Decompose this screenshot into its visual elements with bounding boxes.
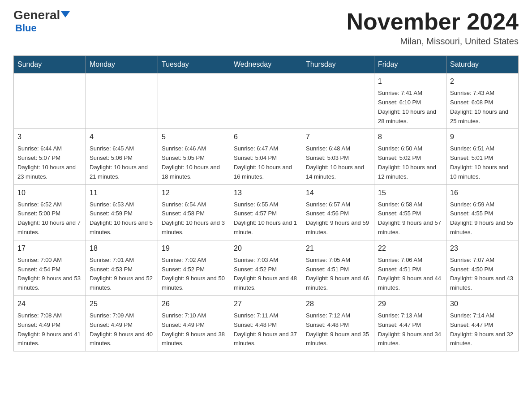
day-number: 6 <box>234 132 298 142</box>
day-number: 26 <box>162 299 226 309</box>
day-info: Sunrise: 7:13 AM Sunset: 4:47 PM Dayligh… <box>378 311 442 348</box>
day-number: 11 <box>90 188 154 198</box>
calendar-header-wednesday: Wednesday <box>230 56 302 73</box>
logo-blue-text: Blue <box>15 22 37 34</box>
day-number: 3 <box>17 132 82 142</box>
calendar-cell: 26Sunrise: 7:10 AM Sunset: 4:49 PM Dayli… <box>158 295 230 351</box>
day-number: 17 <box>17 243 82 254</box>
day-number: 30 <box>450 299 515 309</box>
calendar-header-sunday: Sunday <box>14 56 86 73</box>
calendar-cell: 23Sunrise: 7:07 AM Sunset: 4:50 PM Dayli… <box>446 240 519 295</box>
calendar-cell: 2Sunrise: 7:43 AM Sunset: 6:08 PM Daylig… <box>446 73 519 129</box>
day-info: Sunrise: 6:44 AM Sunset: 5:07 PM Dayligh… <box>17 144 82 181</box>
calendar-cell: 19Sunrise: 7:02 AM Sunset: 4:52 PM Dayli… <box>158 240 230 295</box>
day-info: Sunrise: 6:45 AM Sunset: 5:06 PM Dayligh… <box>90 144 154 181</box>
calendar-cell: 12Sunrise: 6:54 AM Sunset: 4:58 PM Dayli… <box>158 184 230 240</box>
calendar-week-row: 17Sunrise: 7:00 AM Sunset: 4:54 PM Dayli… <box>14 240 519 295</box>
logo-triangle-icon <box>61 11 70 17</box>
calendar-cell: 24Sunrise: 7:08 AM Sunset: 4:49 PM Dayli… <box>14 295 86 351</box>
day-info: Sunrise: 7:11 AM Sunset: 4:48 PM Dayligh… <box>234 311 298 348</box>
day-info: Sunrise: 6:57 AM Sunset: 4:56 PM Dayligh… <box>306 200 370 237</box>
calendar-cell: 5Sunrise: 6:46 AM Sunset: 5:05 PM Daylig… <box>158 129 230 184</box>
day-info: Sunrise: 6:58 AM Sunset: 4:55 PM Dayligh… <box>378 200 442 237</box>
calendar-cell: 16Sunrise: 6:59 AM Sunset: 4:55 PM Dayli… <box>446 184 519 240</box>
day-info: Sunrise: 7:41 AM Sunset: 6:10 PM Dayligh… <box>378 89 442 126</box>
calendar-cell: 6Sunrise: 6:47 AM Sunset: 5:04 PM Daylig… <box>230 129 302 184</box>
day-number: 9 <box>450 132 515 142</box>
calendar-cell: 21Sunrise: 7:05 AM Sunset: 4:51 PM Dayli… <box>302 240 374 295</box>
calendar-cell: 27Sunrise: 7:11 AM Sunset: 4:48 PM Dayli… <box>230 295 302 351</box>
calendar-week-row: 24Sunrise: 7:08 AM Sunset: 4:49 PM Dayli… <box>14 295 519 351</box>
day-info: Sunrise: 7:43 AM Sunset: 6:08 PM Dayligh… <box>450 89 515 126</box>
calendar-week-row: 1Sunrise: 7:41 AM Sunset: 6:10 PM Daylig… <box>14 73 519 129</box>
month-title: November 2024 <box>347 9 519 34</box>
day-number: 20 <box>234 243 298 254</box>
day-number: 2 <box>450 76 515 87</box>
calendar-cell: 10Sunrise: 6:52 AM Sunset: 5:00 PM Dayli… <box>14 184 86 240</box>
day-info: Sunrise: 7:09 AM Sunset: 4:49 PM Dayligh… <box>90 311 154 348</box>
day-number: 18 <box>90 243 154 254</box>
calendar-week-row: 10Sunrise: 6:52 AM Sunset: 5:00 PM Dayli… <box>14 184 519 240</box>
calendar-table: SundayMondayTuesdayWednesdayThursdayFrid… <box>13 56 519 351</box>
calendar-cell: 3Sunrise: 6:44 AM Sunset: 5:07 PM Daylig… <box>14 129 86 184</box>
calendar-cell: 18Sunrise: 7:01 AM Sunset: 4:53 PM Dayli… <box>86 240 158 295</box>
day-number: 15 <box>378 188 442 198</box>
day-info: Sunrise: 6:59 AM Sunset: 4:55 PM Dayligh… <box>450 200 515 237</box>
day-number: 4 <box>90 132 154 142</box>
calendar-header-thursday: Thursday <box>302 56 374 73</box>
day-info: Sunrise: 7:08 AM Sunset: 4:49 PM Dayligh… <box>17 311 82 348</box>
day-info: Sunrise: 7:02 AM Sunset: 4:52 PM Dayligh… <box>162 256 226 293</box>
calendar-cell: 1Sunrise: 7:41 AM Sunset: 6:10 PM Daylig… <box>374 73 446 129</box>
logo-general: General <box>13 9 70 21</box>
calendar-cell: 11Sunrise: 6:53 AM Sunset: 4:59 PM Dayli… <box>86 184 158 240</box>
day-info: Sunrise: 6:47 AM Sunset: 5:04 PM Dayligh… <box>234 144 298 181</box>
calendar-cell: 30Sunrise: 7:14 AM Sunset: 4:47 PM Dayli… <box>446 295 519 351</box>
day-number: 21 <box>306 243 370 254</box>
calendar-cell: 13Sunrise: 6:55 AM Sunset: 4:57 PM Dayli… <box>230 184 302 240</box>
calendar-cell: 25Sunrise: 7:09 AM Sunset: 4:49 PM Dayli… <box>86 295 158 351</box>
day-info: Sunrise: 6:46 AM Sunset: 5:05 PM Dayligh… <box>162 144 226 181</box>
location-text: Milan, Missouri, United States <box>347 36 519 47</box>
day-number: 23 <box>450 243 515 254</box>
day-number: 29 <box>378 299 442 309</box>
day-number: 1 <box>378 76 442 87</box>
title-section: November 2024 Milan, Missouri, United St… <box>347 9 519 47</box>
calendar-header-row: SundayMondayTuesdayWednesdayThursdayFrid… <box>14 56 519 73</box>
day-info: Sunrise: 6:50 AM Sunset: 5:02 PM Dayligh… <box>378 144 442 181</box>
page-header: General Blue November 2024 Milan, Missou… <box>13 9 519 47</box>
calendar-cell: 22Sunrise: 7:06 AM Sunset: 4:51 PM Dayli… <box>374 240 446 295</box>
day-info: Sunrise: 6:54 AM Sunset: 4:58 PM Dayligh… <box>162 200 226 237</box>
calendar-cell <box>86 73 158 129</box>
day-info: Sunrise: 7:07 AM Sunset: 4:50 PM Dayligh… <box>450 256 515 293</box>
calendar-cell: 17Sunrise: 7:00 AM Sunset: 4:54 PM Dayli… <box>14 240 86 295</box>
calendar-cell: 9Sunrise: 6:51 AM Sunset: 5:01 PM Daylig… <box>446 129 519 184</box>
calendar-cell: 20Sunrise: 7:03 AM Sunset: 4:52 PM Dayli… <box>230 240 302 295</box>
day-number: 5 <box>162 132 226 142</box>
day-number: 8 <box>378 132 442 142</box>
day-number: 19 <box>162 243 226 254</box>
calendar-week-row: 3Sunrise: 6:44 AM Sunset: 5:07 PM Daylig… <box>14 129 519 184</box>
logo: General Blue <box>13 9 70 34</box>
day-info: Sunrise: 7:03 AM Sunset: 4:52 PM Dayligh… <box>234 256 298 293</box>
day-info: Sunrise: 7:00 AM Sunset: 4:54 PM Dayligh… <box>17 256 82 293</box>
day-info: Sunrise: 6:52 AM Sunset: 5:00 PM Dayligh… <box>17 200 82 237</box>
day-number: 16 <box>450 188 515 198</box>
day-number: 14 <box>306 188 370 198</box>
day-info: Sunrise: 6:53 AM Sunset: 4:59 PM Dayligh… <box>90 200 154 237</box>
calendar-cell: 14Sunrise: 6:57 AM Sunset: 4:56 PM Dayli… <box>302 184 374 240</box>
day-info: Sunrise: 7:06 AM Sunset: 4:51 PM Dayligh… <box>378 256 442 293</box>
day-info: Sunrise: 7:10 AM Sunset: 4:49 PM Dayligh… <box>162 311 226 348</box>
day-info: Sunrise: 7:05 AM Sunset: 4:51 PM Dayligh… <box>306 256 370 293</box>
calendar-header-monday: Monday <box>86 56 158 73</box>
day-number: 27 <box>234 299 298 309</box>
calendar-header-tuesday: Tuesday <box>158 56 230 73</box>
calendar-cell <box>302 73 374 129</box>
calendar-cell <box>158 73 230 129</box>
calendar-cell: 7Sunrise: 6:48 AM Sunset: 5:03 PM Daylig… <box>302 129 374 184</box>
day-number: 22 <box>378 243 442 254</box>
day-info: Sunrise: 6:51 AM Sunset: 5:01 PM Dayligh… <box>450 144 515 181</box>
day-info: Sunrise: 7:12 AM Sunset: 4:48 PM Dayligh… <box>306 311 370 348</box>
calendar-header-friday: Friday <box>374 56 446 73</box>
day-number: 25 <box>90 299 154 309</box>
day-number: 24 <box>17 299 82 309</box>
